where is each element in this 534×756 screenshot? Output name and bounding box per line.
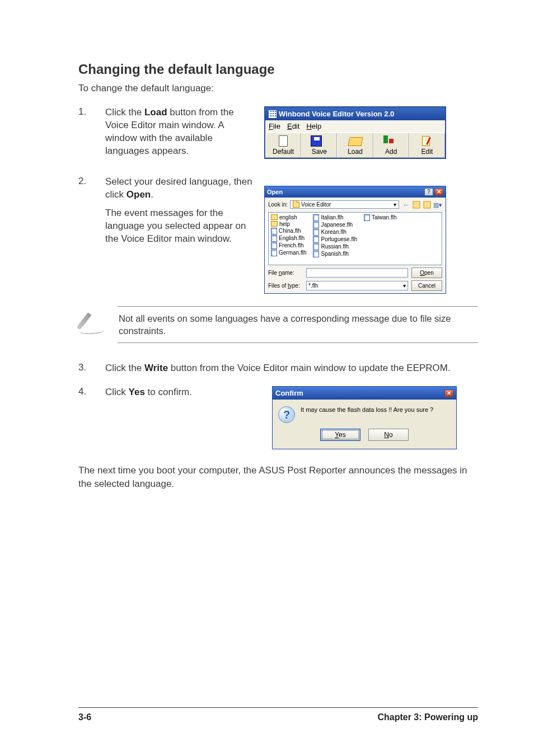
list-item[interactable]: help xyxy=(271,221,306,227)
menu-file[interactable]: File xyxy=(269,122,280,130)
no-button[interactable]: No xyxy=(368,429,409,441)
confirm-message: It may cause the flash data loss !! Are … xyxy=(301,406,433,413)
dialog-nav-icons: ← ▥▾ xyxy=(401,200,442,209)
t: Click the xyxy=(105,107,144,118)
file-icon xyxy=(271,228,277,234)
list-item[interactable]: Portuguese.flh xyxy=(313,236,357,243)
fname: Portuguese.flh xyxy=(321,236,357,242)
list-item[interactable]: German.flh xyxy=(271,250,306,256)
fname: English.flh xyxy=(279,235,305,241)
list-item[interactable]: French.flh xyxy=(271,242,306,249)
view-menu-icon[interactable]: ▥▾ xyxy=(433,200,442,209)
fname: French.flh xyxy=(279,242,303,248)
list-item[interactable]: Japanese.flh xyxy=(313,222,357,228)
close-window-button[interactable]: ✕ xyxy=(434,188,443,196)
list-item[interactable]: Spanish.flh xyxy=(313,251,357,257)
fname: english xyxy=(279,214,297,220)
menubar: File Edit Help xyxy=(265,120,445,132)
load-button[interactable]: Load xyxy=(337,133,373,158)
open-dialog-title: Open xyxy=(267,189,283,195)
edit-button[interactable]: Edit xyxy=(409,133,445,158)
file-list[interactable]: english help China.flh English.flh Frenc… xyxy=(268,212,442,265)
t: Click the xyxy=(105,363,144,373)
fname: German.flh xyxy=(279,250,306,256)
list-item[interactable]: China.flh xyxy=(271,228,306,234)
question-icon: ? xyxy=(278,406,295,423)
new-folder-icon[interactable] xyxy=(423,200,432,209)
confirm-titlebar: Confirm ✕ xyxy=(273,387,456,400)
menu-edit[interactable]: Edit xyxy=(287,122,299,130)
step2-text: Select your desired language, then click… xyxy=(105,176,256,201)
filetype-dropdown[interactable]: *.flh ▾ xyxy=(306,281,408,290)
lbl: Load xyxy=(348,148,363,156)
list-item[interactable]: Russian.flh xyxy=(313,243,357,250)
list-item[interactable]: English.flh xyxy=(271,235,306,242)
write-word: Write xyxy=(144,363,168,373)
page-number: 3-6 xyxy=(78,712,91,722)
section-heading: Changing the default language xyxy=(78,62,478,77)
app-grid-icon xyxy=(269,110,277,118)
open-button[interactable]: Open xyxy=(411,267,442,278)
folder-icon xyxy=(271,221,278,227)
step-number: 1. xyxy=(78,106,97,118)
file-icon xyxy=(313,229,319,236)
filename-input[interactable] xyxy=(306,268,408,278)
lbl: Add xyxy=(385,148,397,156)
back-icon[interactable]: ← xyxy=(401,200,410,209)
save-button[interactable]: Save xyxy=(301,133,337,158)
new-file-icon xyxy=(266,135,301,147)
fname: help xyxy=(279,221,290,227)
fname: Italian.flh xyxy=(321,214,343,220)
cancel-button[interactable]: Cancel xyxy=(411,280,442,291)
file-icon xyxy=(313,243,319,250)
winbond-window: Winbond Voice Editor Version 2.0 File Ed… xyxy=(264,106,446,159)
folder-icon xyxy=(271,214,278,220)
add-icon xyxy=(374,135,409,147)
file-icon xyxy=(364,214,370,221)
load-word: Load xyxy=(144,107,167,118)
filetype-value: *.flh xyxy=(308,283,318,289)
folder-icon xyxy=(293,202,299,208)
step1-text: Click the Load button from the Voice Edi… xyxy=(105,106,256,158)
chevron-down-icon: ▾ xyxy=(403,283,406,289)
file-icon xyxy=(271,250,277,256)
add-button[interactable]: Add xyxy=(373,133,409,158)
file-icon xyxy=(271,242,277,249)
lookin-dropdown[interactable]: Voice Editor ▾ xyxy=(290,200,399,209)
step3-text: Click the Write button from the Voice Ed… xyxy=(105,362,478,375)
file-icon xyxy=(313,251,319,257)
close-window-button[interactable]: ✕ xyxy=(444,389,453,397)
t: button from the Voice Editor main window… xyxy=(168,363,451,373)
t: to confirm. xyxy=(145,387,192,397)
t: Click xyxy=(105,387,129,397)
up-folder-icon[interactable] xyxy=(412,200,421,209)
folder-open-icon xyxy=(338,135,372,147)
list-item[interactable]: english xyxy=(271,214,306,220)
list-item[interactable]: Italian.flh xyxy=(313,214,357,221)
file-icon xyxy=(313,214,319,221)
open-word: Open xyxy=(127,189,151,200)
yes-button[interactable]: Yes xyxy=(320,429,360,441)
t: . xyxy=(151,189,153,200)
lookin-value: Voice Editor xyxy=(301,201,331,208)
yes-word: Yes xyxy=(129,387,145,397)
step2-para2: The event messages for the language you … xyxy=(105,207,256,246)
fname: Japanese.flh xyxy=(321,222,353,228)
default-button[interactable]: Default xyxy=(265,133,301,158)
list-item[interactable]: Korean.flh xyxy=(313,229,357,236)
help-window-button[interactable]: ? xyxy=(424,188,433,196)
list-item[interactable]: Taiwan.flh xyxy=(364,214,396,221)
chapter-label: Chapter 3: Powering up xyxy=(377,712,478,722)
lookin-label: Look in: xyxy=(268,201,288,208)
confirm-title: Confirm xyxy=(275,389,303,397)
menu-help[interactable]: Help xyxy=(306,122,321,130)
open-dialog-titlebar: Open ? ✕ xyxy=(265,186,446,198)
file-icon xyxy=(313,222,319,228)
lbl: Default xyxy=(273,148,294,156)
intro-text: To change the default language: xyxy=(78,83,478,94)
final-paragraph: The next time you boot your computer, th… xyxy=(78,464,478,491)
step-number: 2. xyxy=(78,176,97,187)
winbond-titlebar: Winbond Voice Editor Version 2.0 xyxy=(265,107,445,120)
fname: China.flh xyxy=(279,228,301,234)
step-number: 3. xyxy=(78,362,97,373)
